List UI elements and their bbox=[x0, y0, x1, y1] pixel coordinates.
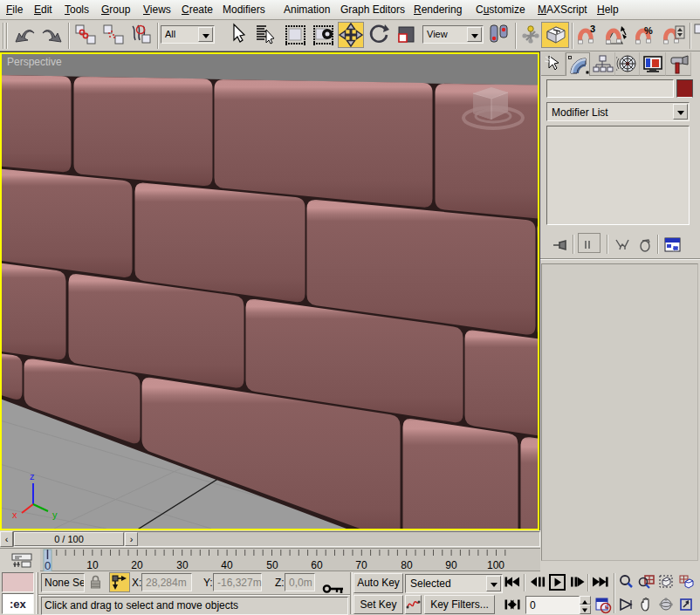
svg-text:60: 60 bbox=[311, 559, 323, 571]
svg-text:3: 3 bbox=[590, 24, 595, 34]
svg-text:z: z bbox=[30, 471, 35, 482]
svg-text:x: x bbox=[12, 509, 17, 520]
svg-text:100: 100 bbox=[487, 559, 504, 571]
svg-text:10: 10 bbox=[86, 559, 99, 571]
svg-text:20: 20 bbox=[131, 559, 143, 571]
svg-text:%: % bbox=[644, 25, 653, 36]
svg-text:50: 50 bbox=[266, 559, 278, 571]
svg-text:40: 40 bbox=[221, 559, 233, 571]
svg-text:70: 70 bbox=[355, 559, 367, 571]
svg-text:30: 30 bbox=[176, 559, 189, 571]
svg-text:0: 0 bbox=[45, 559, 51, 572]
svg-text:y: y bbox=[52, 509, 58, 520]
svg-text:90: 90 bbox=[445, 559, 457, 571]
svg-text:80: 80 bbox=[401, 559, 413, 571]
svg-text:Perspective: Perspective bbox=[7, 56, 62, 68]
